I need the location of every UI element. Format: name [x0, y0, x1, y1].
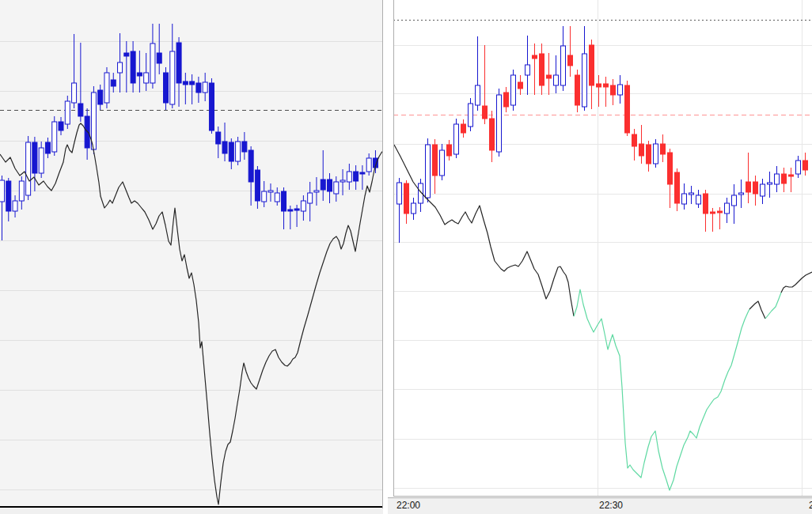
- right-chart-panel[interactable]: [393, 0, 812, 497]
- candle-body-down: [590, 45, 594, 85]
- candle-body-up: [144, 73, 149, 83]
- candle-body-down: [183, 81, 188, 85]
- candle-body-down: [675, 172, 680, 203]
- candle-body-up: [52, 122, 57, 152]
- candle-body-up: [334, 182, 339, 194]
- candle-body-up: [426, 145, 431, 198]
- candle-body-down: [190, 81, 195, 85]
- candle-body-up: [314, 191, 319, 192]
- candle-body-down: [124, 53, 129, 56]
- candle-body-up: [268, 191, 273, 192]
- right-time-axis[interactable]: 22:00 22:30 23:00: [388, 497, 812, 514]
- candle-body-up: [170, 51, 175, 104]
- candle-body-down: [59, 122, 63, 130]
- candle-body-up: [412, 203, 416, 214]
- candle-body-down: [282, 191, 286, 211]
- candle-body-down: [137, 73, 142, 76]
- candle-body-up: [26, 142, 31, 195]
- candle-body-up: [72, 83, 77, 103]
- candle-body-down: [789, 175, 794, 176]
- candle-body-up: [796, 161, 801, 174]
- candle-body-down: [164, 73, 169, 103]
- candle-body-up: [366, 158, 371, 172]
- left-chart-canvas: [0, 0, 383, 508]
- indicator-line: [765, 293, 781, 319]
- candle-body-down: [483, 106, 488, 119]
- candle-body-up: [497, 95, 502, 152]
- candle-body-down: [597, 84, 601, 87]
- candle-body-up: [725, 203, 730, 214]
- candle-body-up: [340, 180, 345, 182]
- candle-body-up: [561, 46, 566, 85]
- candle-body-up: [39, 148, 44, 173]
- candle-body-down: [518, 82, 523, 89]
- candle-body-up: [682, 194, 687, 204]
- candle-body-down: [354, 172, 359, 181]
- candle-body-down: [547, 75, 552, 78]
- candle-body-up: [739, 193, 744, 195]
- candle-body-down: [711, 212, 715, 214]
- left-time-axis: [0, 508, 383, 514]
- candle-body-up: [582, 54, 587, 107]
- candle-body-down: [704, 194, 708, 214]
- time-label-2230: 22:30: [599, 500, 623, 511]
- candle-body-down: [98, 90, 103, 104]
- candle-body-down: [176, 43, 181, 83]
- candle-body-up: [618, 85, 623, 95]
- candle-body-up: [768, 183, 772, 184]
- candle-body-up: [440, 150, 445, 176]
- candle-body-up: [397, 183, 402, 204]
- candle-body-up: [19, 181, 24, 201]
- candle-body-down: [668, 153, 673, 184]
- candle-body-down: [540, 54, 544, 85]
- candle-body-down: [661, 144, 666, 154]
- candle-body-down: [111, 80, 116, 86]
- candle-body-down: [222, 142, 227, 153]
- indicator-line: [394, 145, 574, 316]
- candle-body-up: [775, 174, 780, 184]
- left-chart-panel[interactable]: [0, 0, 383, 508]
- candle-body-down: [404, 183, 409, 214]
- time-label-2300: 23:00: [809, 500, 812, 511]
- candle-body-up: [511, 75, 516, 105]
- candle-body-down: [632, 134, 637, 146]
- candle-body-up: [91, 93, 96, 149]
- candle-body-down: [85, 116, 89, 148]
- candle-body-down: [196, 83, 201, 93]
- candle-body-up: [696, 195, 701, 204]
- candle-body-up: [104, 73, 109, 103]
- candle-body-down: [753, 182, 758, 194]
- candle-body-up: [150, 43, 155, 83]
- candle-body-down: [504, 93, 509, 107]
- candle-body-down: [45, 142, 50, 153]
- candle-body-up: [275, 193, 279, 202]
- candle-body-up: [476, 85, 480, 105]
- candle-body-up: [13, 201, 17, 211]
- candle-body-down: [625, 85, 630, 133]
- candle-body-down: [447, 145, 452, 156]
- candle-body-up: [118, 62, 123, 73]
- candle-body-down: [575, 75, 580, 105]
- candle-body-up: [203, 82, 207, 93]
- candle-body-down: [647, 145, 651, 164]
- candle-body-down: [32, 142, 37, 173]
- candle-body-up: [301, 201, 305, 211]
- candle-body-down: [490, 119, 495, 150]
- candle-body-up: [469, 104, 473, 127]
- candle-body-up: [654, 144, 658, 164]
- candle-body-down: [229, 142, 233, 161]
- candle-body-down: [782, 174, 787, 183]
- candle-body-down: [328, 180, 332, 191]
- candle-body-down: [209, 83, 214, 130]
- candle-body-up: [65, 101, 70, 124]
- candle-body-down: [216, 132, 221, 144]
- candle-body-up: [526, 65, 530, 75]
- right-chart-canvas: [393, 0, 812, 497]
- candle-body-up: [308, 193, 313, 203]
- candle-body-down: [611, 85, 616, 95]
- candle-body-down: [249, 150, 253, 182]
- candle-body-down: [78, 104, 83, 116]
- candle-body-down: [533, 55, 537, 59]
- indicator-line: [781, 272, 812, 293]
- candle-body-down: [461, 124, 466, 133]
